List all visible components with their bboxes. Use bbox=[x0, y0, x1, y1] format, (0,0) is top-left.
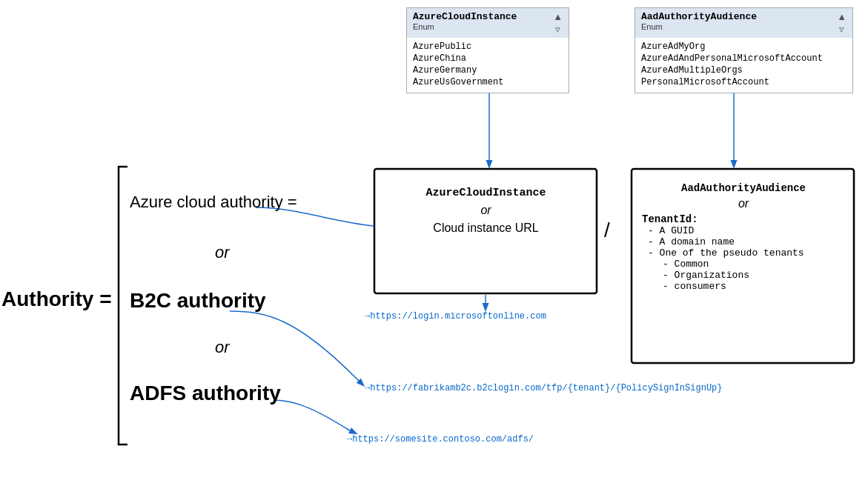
middle-box-line3: Cloud instance URL bbox=[377, 222, 595, 235]
bracket-item-or-1: or bbox=[215, 243, 230, 262]
enum-header-azure-cloud: AzureCloudInstance Enum ▲ ▿ bbox=[407, 8, 569, 38]
right-box-line2: or bbox=[642, 197, 845, 210]
authority-label: Authority = bbox=[1, 287, 112, 311]
right-box-item-common: - Common bbox=[642, 259, 845, 270]
enum-subtitle-azure-cloud: Enum bbox=[413, 22, 517, 31]
right-box-item-domain: - A domain name bbox=[642, 236, 845, 247]
bracket-item-adfs: ADFS authority bbox=[130, 382, 281, 405]
enum-body-azure-cloud: AzurePublic AzureChina AzureGermany Azur… bbox=[407, 38, 569, 93]
b2c-url[interactable]: →https://fabrikamb2c.b2clogin.com/tfp/{t… bbox=[365, 383, 722, 393]
middle-box-content: AzureCloudInstance or Cloud instance URL bbox=[377, 179, 595, 235]
middle-box-line1: AzureCloudInstance bbox=[377, 179, 595, 199]
diagram-container: AzureCloudInstance Enum ▲ ▿ AzurePublic … bbox=[0, 0, 868, 486]
right-box-content: AadAuthorityAudience or TenantId: - A GU… bbox=[636, 176, 851, 298]
azure-cloud-instance-enum: AzureCloudInstance Enum ▲ ▿ AzurePublic … bbox=[406, 7, 569, 93]
right-box-line3: TenantId: bbox=[642, 213, 845, 225]
slash-divider: / bbox=[604, 219, 610, 242]
enum-title-aad: AadAuthorityAudience bbox=[641, 11, 757, 22]
filter-icon-aad[interactable]: ▿ bbox=[839, 24, 844, 35]
right-box-item-guid: - A GUID bbox=[642, 225, 845, 236]
enum-body-aad: AzureAdMyOrg AzureAdAndPersonalMicrosoft… bbox=[635, 38, 852, 93]
bracket-item-azure-cloud: Azure cloud authority = bbox=[130, 193, 297, 212]
enum-item-azure-us-gov: AzureUsGovernment bbox=[413, 76, 563, 88]
middle-box-line2: or bbox=[377, 204, 595, 217]
right-box-item-consumers: - consumers bbox=[642, 281, 845, 292]
right-box-line1: AadAuthorityAudience bbox=[642, 182, 845, 194]
enum-item-azure-ad-personal: AzureAdAndPersonalMicrosoftAccount bbox=[641, 53, 847, 64]
bracket-item-or-2: or bbox=[215, 338, 230, 357]
enum-subtitle-aad: Enum bbox=[641, 22, 757, 31]
enum-item-azure-germany: AzureGermany bbox=[413, 64, 563, 76]
right-box-item-orgs: - Organizations bbox=[642, 270, 845, 281]
enum-item-personal-microsoft: PersonalMicrosoftAccount bbox=[641, 76, 847, 88]
aad-authority-audience-enum: AadAuthorityAudience Enum ▲ ▿ AzureAdMyO… bbox=[635, 7, 853, 93]
filter-icon[interactable]: ▿ bbox=[555, 24, 560, 35]
enum-item-azure-china: AzureChina bbox=[413, 53, 563, 64]
enum-title-azure-cloud: AzureCloudInstance bbox=[413, 11, 517, 22]
login-microsoft-url[interactable]: →https://login.microsoftonline.com bbox=[365, 311, 546, 322]
enum-item-azure-ad-my-org: AzureAdMyOrg bbox=[641, 41, 847, 53]
scroll-up-icon[interactable]: ▲ bbox=[553, 11, 563, 22]
bracket-item-b2c: B2C authority bbox=[130, 289, 266, 313]
enum-header-aad: AadAuthorityAudience Enum ▲ ▿ bbox=[635, 8, 852, 38]
enum-item-azure-public: AzurePublic bbox=[413, 41, 563, 53]
scroll-up-icon-aad[interactable]: ▲ bbox=[837, 11, 847, 22]
right-box-item-pseudo: - One of the pseudo tenants bbox=[642, 247, 845, 259]
enum-item-azure-ad-multiple: AzureAdMultipleOrgs bbox=[641, 64, 847, 76]
adfs-url[interactable]: →https://somesite.contoso.com/adfs/ bbox=[347, 434, 534, 445]
